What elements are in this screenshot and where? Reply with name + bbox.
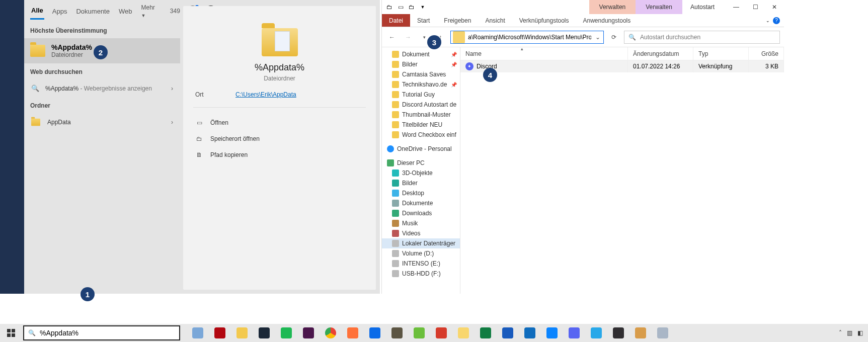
- ribbon-expand-icon[interactable]: ⌄: [766, 18, 770, 23]
- nav-back-button[interactable]: ←: [386, 31, 398, 43]
- col-size[interactable]: Größe: [749, 47, 784, 60]
- taskbar-app-chrome[interactable]: [325, 327, 336, 338]
- folder-icon: [31, 119, 40, 126]
- ribbon-tab-app-tools[interactable]: Anwendungstools: [576, 14, 638, 27]
- taskbar-app-camtasia[interactable]: [414, 327, 425, 338]
- taskbar-app-obs[interactable]: [613, 327, 624, 338]
- taskbar-app-audacity[interactable]: [458, 327, 469, 338]
- folder-large-icon: [262, 28, 298, 56]
- nav-item-intenso-e[interactable]: INTENSO (E:): [382, 259, 460, 269]
- nav-item-volume-d[interactable]: Volume (D:): [382, 248, 460, 259]
- nav-item-documents-2[interactable]: Dokumente: [382, 198, 460, 208]
- start-button[interactable]: [0, 324, 22, 342]
- taskbar-app-spotify[interactable]: [281, 327, 292, 338]
- col-date[interactable]: Änderungsdatum: [628, 47, 693, 60]
- action-open[interactable]: ▭ Öffnen: [193, 115, 366, 131]
- close-button[interactable]: ✕: [765, 0, 784, 14]
- taskbar-app-discord[interactable]: [569, 327, 580, 338]
- taskbar-app-steam[interactable]: [259, 327, 270, 338]
- nav-item-local-disk[interactable]: Lokaler Datenträger: [382, 238, 460, 248]
- taskbar-app-outlook[interactable]: [524, 327, 535, 338]
- col-type[interactable]: Typ: [693, 47, 749, 60]
- action-copy-path[interactable]: 🗎 Pfad kopieren: [193, 147, 366, 163]
- nav-item-desktop[interactable]: Desktop: [382, 188, 460, 198]
- discord-icon: ✦: [465, 62, 474, 70]
- folder-result-appdata[interactable]: AppData ›: [24, 113, 180, 131]
- nav-item-titelbilder[interactable]: Titelbilder NEU: [382, 120, 460, 130]
- taskbar-app-ccleaner[interactable]: [436, 327, 447, 338]
- nav-item-onedrive[interactable]: OneDrive - Personal: [382, 144, 460, 154]
- col-name[interactable]: Name: [460, 47, 628, 60]
- taskbar-app-firefox[interactable]: [347, 327, 358, 338]
- properties-icon[interactable]: ▭: [396, 3, 405, 12]
- address-input[interactable]: [467, 34, 592, 41]
- address-bar[interactable]: ⌄: [450, 31, 604, 44]
- action-open-location[interactable]: 🗀 Speicherort öffnen: [193, 131, 366, 147]
- tab-all[interactable]: Alle: [30, 3, 44, 20]
- tray-icon[interactable]: ▥: [847, 329, 852, 336]
- taskbar-app-slack[interactable]: [303, 327, 314, 338]
- taskbar-app-explorer[interactable]: [236, 327, 248, 338]
- navigation-pane[interactable]: Dokument📌 Bilder📌 Camtasia Saves Technik…: [382, 47, 460, 294]
- system-tray[interactable]: ˄ ▥ ◧: [839, 329, 868, 336]
- web-search-result[interactable]: 🔍 %Appdata% - Webergebnisse anzeigen ›: [24, 79, 180, 97]
- new-folder-icon[interactable]: 🗀: [407, 3, 416, 12]
- taskbar-search-input[interactable]: [40, 329, 175, 337]
- nav-item-documents[interactable]: Dokument📌: [382, 49, 460, 59]
- context-tab-app[interactable]: Verwalten: [636, 0, 682, 14]
- nav-item-music[interactable]: Musik: [382, 218, 460, 228]
- nav-item-word-checkbox[interactable]: Word Checkbox einf: [382, 130, 460, 140]
- column-headers[interactable]: ▴ Name Änderungsdatum Typ Größe: [460, 47, 784, 60]
- nav-item-technikshavo[interactable]: Technikshavo.de📌: [382, 79, 460, 90]
- nav-item-downloads[interactable]: Downloads: [382, 208, 460, 218]
- address-dropdown-icon[interactable]: ⌄: [592, 34, 603, 41]
- nav-item-videos[interactable]: Videos: [382, 228, 460, 238]
- ribbon-tab-shortcut-tools[interactable]: Verknüpfungstools: [512, 14, 576, 27]
- nav-item-pictures[interactable]: Bilder📌: [382, 59, 460, 69]
- location-link[interactable]: C:\Users\Erik\AppData: [235, 91, 296, 98]
- nav-item-this-pc[interactable]: Dieser PC: [382, 158, 460, 168]
- tab-more[interactable]: Mehr ▼: [140, 0, 155, 23]
- folder-icon[interactable]: 🗀: [385, 3, 394, 12]
- nav-item-pictures-2[interactable]: Bilder: [382, 178, 460, 188]
- taskbar-app-word[interactable]: [502, 327, 513, 338]
- file-type: Verknüpfung: [693, 60, 749, 72]
- tab-apps[interactable]: Apps: [51, 4, 68, 19]
- file-row-discord[interactable]: ✦Discord 01.07.2022 14:26 Verknüpfung 3 …: [460, 60, 784, 72]
- taskbar-app-netflix[interactable]: [214, 327, 225, 338]
- taskbar-app-edge[interactable]: [369, 327, 380, 338]
- explorer-search-input[interactable]: [640, 34, 775, 41]
- ribbon-tab-view[interactable]: Ansicht: [478, 14, 512, 27]
- maximize-button[interactable]: ☐: [746, 0, 765, 14]
- context-tab-shortcut[interactable]: Verwalten: [589, 0, 636, 14]
- minimize-button[interactable]: —: [727, 0, 746, 14]
- nav-item-thumbnail-muster[interactable]: Thumbnail-Muster: [382, 110, 460, 120]
- ribbon-tab-share[interactable]: Freigeben: [437, 14, 478, 27]
- nav-item-discord-autostart[interactable]: Discord Autostart de: [382, 100, 460, 110]
- taskbar-search-box[interactable]: 🔍: [23, 325, 180, 340]
- refresh-button[interactable]: ⟳: [608, 34, 620, 41]
- location-label: Ort: [195, 91, 235, 98]
- nav-item-usb-hdd-f[interactable]: USB-HDD (F:): [382, 269, 460, 279]
- qat-dropdown-icon[interactable]: ▼: [418, 3, 427, 12]
- nav-item-3d-objects[interactable]: 3D-Objekte: [382, 168, 460, 178]
- nav-item-tutorial-guy[interactable]: Tutorial Guy: [382, 90, 460, 100]
- help-icon[interactable]: ?: [773, 17, 780, 24]
- tab-web[interactable]: Web: [118, 4, 133, 19]
- taskbar-app-excel[interactable]: [480, 327, 491, 338]
- nav-forward-button[interactable]: →: [402, 31, 414, 43]
- taskbar-app-telegram[interactable]: [591, 327, 602, 338]
- taskbar-app-task-view[interactable]: [192, 327, 203, 338]
- taskbar-app-thunderbird[interactable]: [546, 327, 558, 338]
- explorer-search-box[interactable]: 🔍: [624, 31, 780, 44]
- ribbon-tab-file[interactable]: Datei: [382, 14, 410, 27]
- taskbar-app-generic[interactable]: [657, 327, 668, 338]
- taskbar-app-gimp[interactable]: [391, 327, 403, 338]
- nav-item-camtasia[interactable]: Camtasia Saves: [382, 69, 460, 79]
- taskbar-app-snip[interactable]: [635, 327, 646, 338]
- tray-icon[interactable]: ◧: [857, 329, 863, 336]
- tab-documents[interactable]: Dokumente: [75, 4, 110, 19]
- taskbar: 🔍 ˄ ▥ ◧: [0, 324, 868, 342]
- tray-overflow-icon[interactable]: ˄: [839, 329, 842, 336]
- ribbon-tab-start[interactable]: Start: [410, 14, 437, 27]
